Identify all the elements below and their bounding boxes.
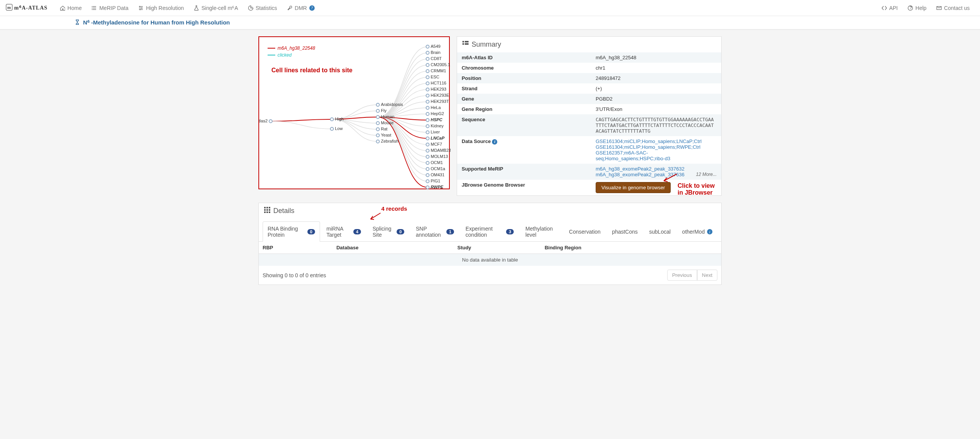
merip-cell: m6A_hg38_exomePeak2_peak_337632m6A_hg38_… [591,164,721,180]
svg-text:m: m [7,5,11,10]
svg-text:High: High [335,117,344,121]
info-icon[interactable]: i [707,229,712,234]
nav-help[interactable]: ?Help [903,1,931,15]
nav-dmr[interactable]: DMR? [283,1,319,15]
svg-text:A549: A549 [431,44,441,49]
summary-value: chr1 [591,63,721,73]
tab-label: SNP annotation [416,226,444,238]
nav-label: MeRIP Data [99,5,128,11]
mail-icon [936,5,942,11]
info-icon[interactable]: i [492,139,497,145]
count-badge: 0 [307,229,315,234]
table-info: Showing 0 to 0 of 0 entries [263,272,326,278]
tab-phastcons[interactable]: phastCons [607,221,643,242]
merip-link[interactable]: m6A_hg38_exomePeak2_peak_337636 [596,172,684,177]
tab-methylation-level[interactable]: Methylation level [520,221,562,242]
svg-point-37 [426,63,429,67]
nav-label: High Resolution [146,5,184,11]
column-header[interactable]: Database [333,242,454,254]
count-badge: 4 [353,229,361,234]
nav-label: Contact us [944,5,970,11]
svg-text:HEK293T: HEK293T [431,99,449,104]
data-source-cell: GSE161304;miCLIP;Homo_sapiens;LNCaP;Ctrl… [591,136,721,164]
nav-statistics[interactable]: Statistics [243,1,282,15]
next-button[interactable]: Next [697,270,717,281]
svg-rect-88 [269,209,270,211]
nav-contact-us[interactable]: Contact us [932,1,974,15]
nav-single-cell-m-a[interactable]: Single-cell m⁶A [189,1,242,15]
previous-button[interactable]: Previous [667,270,697,281]
svg-rect-80 [465,41,469,42]
svg-rect-85 [269,207,270,208]
api-icon [882,5,887,11]
pagination: Previous Next [667,270,717,281]
svg-text:HCT116: HCT116 [431,81,446,85]
tab-label: Conservation [569,229,601,235]
svg-text:CRMM1: CRMM1 [431,68,446,73]
summary-key: Supported MeRIP [457,164,591,180]
column-header[interactable]: Binding Region [541,242,721,254]
svg-text:?: ? [910,5,912,10]
svg-point-63 [426,143,429,146]
tab-rna-binding-protein[interactable]: RNA Binding Protein 0 [263,221,320,242]
tree-legend: m6A_hg38_22548 clicked [268,46,315,58]
grid-icon [264,207,270,215]
nav-api[interactable]: API [877,1,903,15]
svg-point-49 [426,100,429,103]
column-header[interactable]: Study [454,242,541,254]
nav-home[interactable]: Home [55,1,86,15]
tab-conservation[interactable]: Conservation [564,221,606,242]
tab-label: Methylation level [525,226,557,238]
column-header[interactable]: RBP [259,242,333,254]
details-title: Details [273,207,294,215]
data-source-link[interactable]: GSE161304;miCLIP;Homo_sapiens;LNCaP;Ctrl [596,138,702,144]
svg-rect-87 [266,209,268,211]
data-source-link[interactable]: GSE161304;miCLIP;Homo_sapiens;RWPE;Ctrl [596,144,701,150]
svg-rect-90 [266,211,268,213]
summary-panel: Summary m6A-Atlas IDm6A_hg38_22548Chromo… [457,36,722,196]
details-tabs: RNA Binding Protein 0miRNA Target 4Splic… [259,221,721,242]
tab-mirna-target[interactable]: miRNA Target 4 [322,221,366,242]
svg-point-13 [330,118,333,121]
svg-text:HEK293E: HEK293E [431,93,449,98]
nav-label: Home [67,5,82,11]
tree-annotation: Cell lines related to this site [271,67,353,74]
tab-splicing-site[interactable]: Splicing Site 0 [368,221,409,242]
svg-text:Brain: Brain [431,50,441,55]
svg-rect-91 [269,211,270,213]
tab-experiment-condition[interactable]: Experiment condition 3 [461,221,519,242]
svg-rect-83 [264,207,266,208]
nav-label: Single-cell m⁶A [201,5,238,11]
nav-label: Statistics [256,5,277,11]
tab-label: subLocal [649,229,671,235]
svg-text:Liver: Liver [431,130,440,134]
tab-othermod[interactable]: otherMod i [677,221,717,242]
more-link[interactable]: 12 More... [696,172,717,177]
svg-point-45 [426,88,429,91]
svg-point-25 [376,128,379,131]
tab-sublocal[interactable]: subLocal [644,221,676,242]
list-icon [462,41,469,49]
nav-merip-data[interactable]: MeRIP Data [87,1,133,15]
page-subheader: N⁶ -Methyladenosine for Human from High … [0,16,980,29]
visualize-genome-button[interactable]: Visualize in genome browser [596,182,671,193]
tree-diagram[interactable]: m6A-Atlas2HighLowArabidopsisFlyHumanMous… [259,37,451,190]
svg-text:PIG1: PIG1 [431,179,440,183]
summary-value: (+) [591,83,721,94]
summary-key: Strand [457,83,591,94]
tab-snp-annotation[interactable]: SNP annotation 1 [411,221,459,242]
svg-point-43 [426,82,429,85]
list-icon [91,5,97,11]
data-source-link[interactable]: GSE162357;m6A-SAC-seq;Homo_sapiens;HSPC;… [596,150,670,161]
svg-text:m6A-Atlas2: m6A-Atlas2 [259,119,268,123]
svg-point-6 [141,7,142,8]
nav-high-resolution[interactable]: High Resolution [134,1,188,15]
brand-logo[interactable]: m m⁶A-ATLAS [6,4,47,12]
merip-link[interactable]: m6A_hg38_exomePeak2_peak_337632 [596,166,684,172]
nav-label: DMR [295,5,307,11]
summary-value: 248918472 [591,73,721,83]
wrench-icon [287,5,292,11]
svg-point-75 [426,180,429,183]
svg-point-31 [426,45,429,48]
table-empty-message: No data available in table [259,254,721,266]
